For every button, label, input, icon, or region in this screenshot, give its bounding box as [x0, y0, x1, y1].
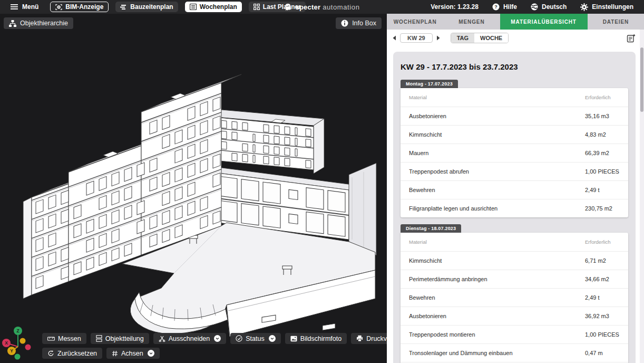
next-week-arrow[interactable] — [436, 35, 441, 41]
reset-view-button[interactable]: Zurücksetzen — [42, 348, 102, 359]
table-row: Perimeterdämmung anbringen34,66 m2 — [401, 270, 628, 288]
table-row: Tronsolenlager und Dämmung einbauen0,47 … — [401, 343, 628, 362]
chevron-down-icon — [215, 336, 220, 341]
required-cell: 2,49 t — [585, 294, 620, 301]
material-cell: Treppenpodest abrufen — [409, 168, 585, 175]
required-cell: 36,92 m3 — [585, 313, 620, 319]
required-cell: 35,16 m3 — [585, 113, 620, 119]
axes-hash-icon — [112, 350, 118, 357]
panel-scrollbar[interactable] — [640, 30, 644, 363]
nav-label: Wochenplan — [200, 3, 237, 11]
screenshot-icon — [290, 336, 297, 342]
axis-neg-z-handle[interactable] — [15, 354, 21, 360]
object-split-icon — [96, 335, 102, 342]
axis-neg-y-handle[interactable] — [20, 338, 26, 344]
chevron-down-icon — [149, 351, 153, 356]
column-material: Material — [409, 94, 585, 100]
weekplan-list-icon — [190, 4, 197, 10]
table-row: Treppenpodest montieren1,00 PIECES — [401, 325, 628, 343]
required-cell: 1,00 PIECES — [585, 168, 620, 175]
screenshot-button[interactable]: Bildschirmfoto — [285, 333, 347, 344]
bim-cube-icon — [55, 4, 62, 11]
language-button[interactable]: Deutsch — [531, 3, 567, 11]
measure-button[interactable]: Messen — [42, 333, 86, 344]
globe-icon — [531, 3, 538, 11]
axis-gizmo[interactable]: Z X Y — [1, 324, 36, 362]
scissors-icon — [159, 335, 165, 342]
status-button[interactable]: Status — [230, 333, 280, 344]
help-question-icon: ? — [492, 3, 500, 11]
prev-week-arrow[interactable] — [392, 35, 396, 41]
button-label: Objektteilung — [105, 335, 144, 342]
add-report-icon[interactable] — [627, 34, 636, 43]
table-row: Ausbetonieren35,16 m3 — [401, 107, 628, 125]
help-label: Hilfe — [503, 3, 517, 11]
bim-3d-viewport[interactable]: Objekthierarchie Info Box Messen — [0, 14, 387, 363]
table-header-row: MaterialErforderlich — [401, 88, 628, 107]
side-panel: WOCHENPLAN MENGEN MATERIALÜBERSICHT DATE… — [387, 14, 644, 363]
button-label: Bildschirmfoto — [300, 335, 342, 342]
nav-bim-anzeige[interactable]: BIM-Anzeige — [50, 2, 109, 12]
scrollbar-thumb[interactable] — [640, 47, 643, 112]
required-cell: 230,75 m2 — [585, 205, 620, 212]
material-cell: Tronsolenlager und Dämmung einbauen — [409, 350, 585, 356]
column-required: Erforderlich — [585, 239, 620, 245]
required-cell: 4,83 m2 — [585, 131, 620, 138]
table-row: Filigranplatte legen und ausrichten230,7… — [401, 199, 628, 217]
material-overview-content: KW 29 - 17.7.2023 bis 23.7.2023 Montag -… — [387, 46, 644, 363]
axis-z-label: Z — [16, 328, 19, 333]
status-check-icon — [236, 335, 242, 342]
axis-neg-x-handle[interactable] — [25, 345, 31, 350]
tab-materialuebersicht[interactable]: MATERIALÜBERSICHT — [500, 14, 588, 30]
material-cell: Ausbetonieren — [409, 113, 585, 119]
nav-label: Bauzeitenplan — [130, 3, 173, 11]
cut-button[interactable]: Ausschneiden — [153, 333, 227, 344]
grid-icon — [253, 4, 260, 10]
axes-dropdown[interactable] — [148, 350, 154, 357]
gear-icon — [580, 3, 588, 11]
info-box-button[interactable]: Info Box — [336, 17, 382, 29]
settings-button[interactable]: Einstellungen — [580, 3, 633, 11]
hierarchy-icon — [9, 20, 16, 27]
table-row: Bewehren2,49 t — [401, 180, 628, 199]
view-toggle: TAG WOCHE — [451, 33, 509, 43]
material-cell: Ausbetonieren — [409, 313, 585, 319]
day-section: Dienstag - 18.07.2023MaterialErforderlic… — [401, 223, 628, 363]
toggle-day[interactable]: TAG — [451, 33, 474, 43]
day-section: Montag - 17.07.2023MaterialErforderlichA… — [401, 78, 628, 217]
viewport-toolbar: Messen Objektteilung Ausschneiden — [42, 333, 387, 359]
bim-model-3d[interactable] — [0, 14, 387, 363]
status-dropdown[interactable] — [269, 335, 276, 342]
object-hierarchy-label: Objekthierarchie — [20, 20, 68, 27]
material-cell: Treppenpodest montieren — [409, 331, 585, 338]
brand-bold: specter — [296, 3, 321, 11]
material-cell: Bewehren — [409, 187, 585, 193]
object-hierarchy-button[interactable]: Objekthierarchie — [4, 17, 73, 29]
nav-label: BIM-Anzeige — [65, 3, 103, 11]
required-cell: 2,49 t — [585, 187, 620, 193]
cut-dropdown[interactable] — [214, 335, 221, 342]
help-button[interactable]: ? Hilfe — [492, 3, 517, 11]
tab-mengen[interactable]: MENGEN — [443, 14, 500, 30]
column-required: Erforderlich — [585, 94, 620, 100]
toggle-week[interactable]: WOCHE — [474, 33, 508, 43]
chevron-down-icon — [270, 336, 275, 341]
nav-wochenplan[interactable]: Wochenplan — [185, 2, 242, 12]
menu-label: Menü — [22, 3, 38, 11]
nav-bauzeitenplan[interactable]: Bauzeitenplan — [115, 2, 178, 12]
table-row: Bewehren2,49 t — [401, 288, 628, 307]
button-label: Ausschneiden — [169, 335, 210, 342]
settings-label: Einstellungen — [592, 3, 633, 11]
tab-wochenplan[interactable]: WOCHENPLAN — [387, 14, 443, 30]
table-row: Mauern66,39 m2 — [401, 144, 628, 162]
tab-dateien[interactable]: DATEIEN — [588, 14, 644, 30]
axes-button[interactable]: Achsen — [106, 348, 160, 359]
week-selector[interactable]: KW 29 — [400, 33, 433, 43]
required-cell: 66,39 m2 — [585, 150, 620, 156]
reset-icon — [47, 350, 54, 357]
print-preview-button[interactable]: Druckvorschau — [351, 333, 387, 344]
table-header-row: MaterialErforderlich — [401, 233, 628, 251]
object-split-button[interactable]: Objektteilung — [91, 333, 149, 344]
menu-button[interactable]: Menü — [11, 3, 38, 11]
material-cell: Bewehren — [409, 294, 585, 301]
